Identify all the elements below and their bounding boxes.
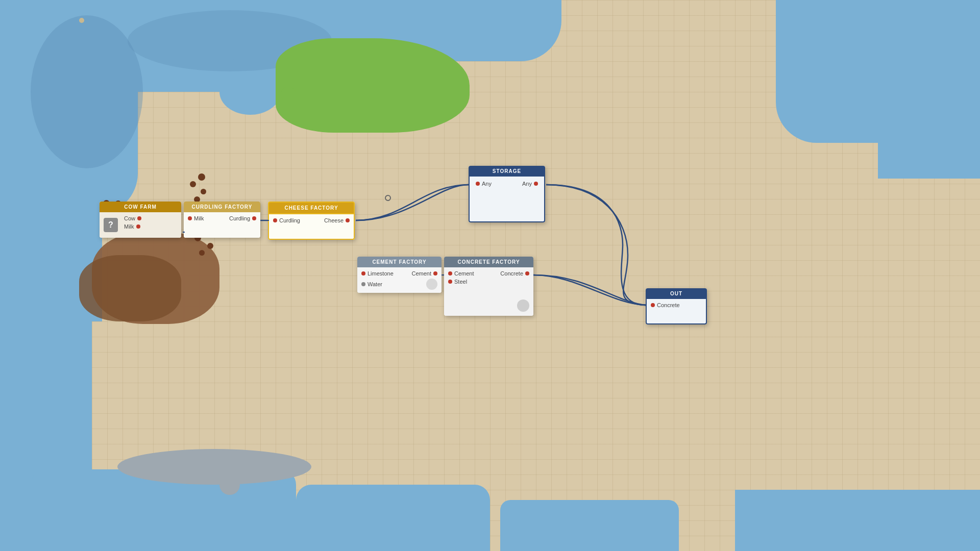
terrain-dot-2: [190, 181, 196, 187]
water-right-bottom: [878, 102, 980, 179]
water-bottom-center: [296, 485, 490, 551]
out-concrete-dot: [651, 303, 655, 307]
milk-label: Milk: [124, 223, 134, 230]
curdling-milk-input: Milk: [188, 215, 204, 221]
cement-limestone-input: Limestone: [361, 270, 394, 277]
water-bottom-far-right: [735, 490, 980, 551]
curdling-in-label: Curdling: [279, 217, 300, 223]
concrete-out-dot: [525, 271, 529, 276]
cow-label: Cow: [124, 215, 135, 221]
water-label: Water: [368, 281, 382, 287]
cement-row-1: Limestone Cement: [361, 270, 437, 277]
terrain-dot-1: [198, 173, 205, 181]
cow-farm-icon: ?: [104, 218, 118, 232]
cow-farm-body: ? Cow Milk: [100, 212, 181, 238]
storage-header: STORAGE: [469, 166, 545, 177]
curdling-out-label: Curdling: [229, 215, 250, 221]
cow-farm-node[interactable]: COW FARM ? Cow Milk: [100, 202, 181, 238]
terrain-gray-bottom: [117, 449, 311, 485]
concrete-icon: [517, 299, 529, 312]
milk-in-label: Milk: [194, 215, 204, 221]
terrain-dot-11: [199, 250, 205, 256]
curdling-header: CURDLING FACTORY: [184, 202, 260, 212]
curdling-output: Curdling: [229, 215, 256, 221]
concrete-header: CONCRETE FACTORY: [444, 257, 533, 267]
cement-in-label: Cement: [454, 270, 474, 277]
cheese-header: CHEESE FACTORY: [268, 202, 355, 214]
curdling-body: Milk Curdling: [184, 212, 260, 238]
concrete-row-2: Steel: [448, 279, 529, 285]
curdling-in-dot: [273, 218, 277, 222]
forest-small: [281, 87, 296, 102]
concrete-output: Concrete: [500, 270, 529, 277]
milk-dot: [136, 224, 140, 229]
storage-body: Any Any: [469, 177, 545, 222]
limestone-dot: [361, 271, 365, 276]
storage-out-dot: [534, 182, 538, 186]
cheese-io-row: Curdling Cheese: [273, 217, 350, 223]
cheese-output: Cheese: [324, 217, 350, 223]
cement-header: CEMENT FACTORY: [357, 257, 442, 267]
out-concrete-label: Concrete: [657, 302, 680, 308]
steel-label: Steel: [454, 279, 467, 285]
out-concrete-row: Concrete: [651, 302, 702, 308]
water-icon: [426, 279, 437, 290]
terrain-dot-3: [201, 189, 206, 194]
cheese-body: Curdling Cheese: [268, 214, 355, 240]
water-island-top: [219, 69, 281, 115]
storage-any-output: Any: [522, 181, 538, 187]
concrete-out-label: Concrete: [500, 270, 523, 277]
cow-farm-milk-output: Milk: [124, 223, 140, 230]
storage-any-in-label: Any: [482, 181, 492, 187]
cement-output: Cement: [411, 270, 437, 277]
terrain-brown-secondary: [79, 255, 181, 321]
water-bottom-right: [500, 500, 679, 551]
dot-top-left: [79, 18, 84, 23]
cow-farm-header: COW FARM: [100, 202, 181, 212]
forest-main: [276, 38, 470, 133]
out-body: Concrete: [646, 299, 707, 324]
concrete-factory-node[interactable]: CONCRETE FACTORY Cement Concrete Steel: [444, 257, 533, 316]
out-concrete-input: Concrete: [651, 302, 680, 308]
storage-any-input: Any: [476, 181, 492, 187]
terrain-dot-10: [207, 243, 213, 249]
cow-dot: [137, 216, 141, 220]
cheese-out-dot: [346, 218, 350, 222]
cow-farm-cow-output: Cow: [124, 215, 141, 221]
cement-in-dot: [448, 271, 452, 276]
storage-any-row: Any Any: [474, 180, 540, 188]
cheese-factory-node[interactable]: CHEESE FACTORY Curdling Cheese: [268, 202, 355, 240]
cement-out-label: Cement: [411, 270, 431, 277]
out-node[interactable]: OUT Concrete: [646, 288, 707, 324]
out-header: OUT: [646, 288, 707, 299]
water-depth-left: [31, 15, 143, 168]
curdling-factory-node[interactable]: CURDLING FACTORY Milk Curdling: [184, 202, 260, 238]
storage-any-out-label: Any: [522, 181, 532, 187]
cement-factory-node[interactable]: CEMENT FACTORY Limestone Cement Water: [357, 257, 442, 293]
concrete-steel-input: Steel: [448, 279, 467, 285]
concrete-body: Cement Concrete Steel: [444, 267, 533, 316]
storage-node[interactable]: STORAGE Any Any: [469, 166, 545, 222]
storage-in-dot: [476, 182, 480, 186]
steel-dot: [448, 280, 452, 284]
limestone-label: Limestone: [368, 270, 394, 277]
cement-out-dot: [433, 271, 437, 276]
curdling-out-dot: [252, 216, 256, 220]
terrain-gray-center: [219, 474, 240, 495]
concrete-cement-input: Cement: [448, 270, 474, 277]
milk-in-dot: [188, 216, 192, 220]
cement-row-2: Water: [361, 279, 437, 290]
cement-body: Limestone Cement Water: [357, 267, 442, 293]
curdling-io-row: Milk Curdling: [188, 215, 256, 221]
cursor: [385, 195, 391, 201]
cement-water-input: Water: [361, 281, 382, 287]
cheese-curdling-input: Curdling: [273, 217, 300, 223]
concrete-row-1: Cement Concrete: [448, 270, 529, 277]
cheese-out-label: Cheese: [324, 217, 344, 223]
water-dot: [361, 282, 365, 286]
